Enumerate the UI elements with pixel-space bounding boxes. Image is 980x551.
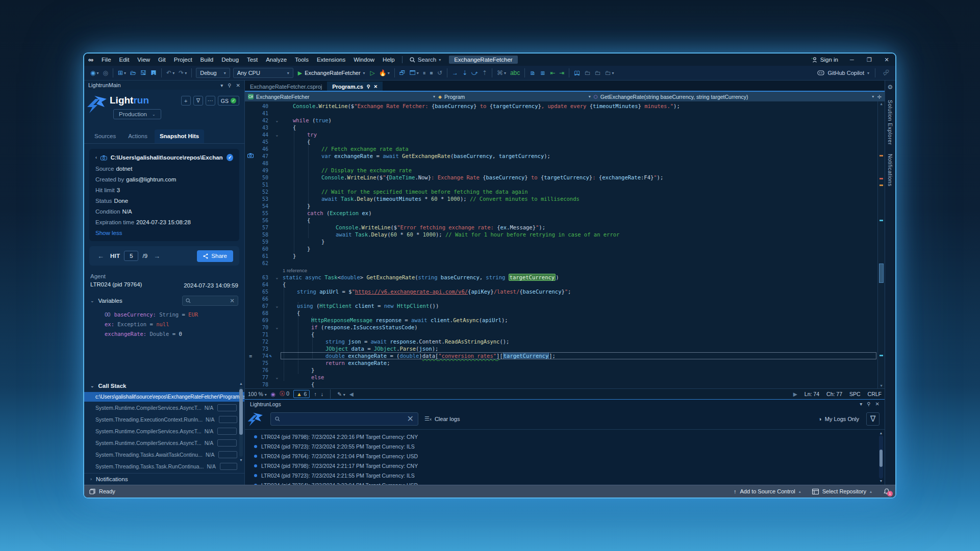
show-less-link[interactable]: Show less: [95, 230, 233, 236]
code-line-58[interactable]: 58await Task.Delay(60 * 60 * 1000); // W…: [245, 231, 877, 238]
feedback-button[interactable]: 🗪: [881, 69, 891, 76]
code-line-56[interactable]: 56{: [245, 217, 877, 224]
tab-actions[interactable]: Actions: [123, 129, 153, 143]
menu-item-help[interactable]: Help: [379, 54, 399, 66]
more-options-button[interactable]: ⋯: [206, 96, 215, 106]
clear-search-icon[interactable]: ✕: [407, 414, 414, 424]
code-line-67[interactable]: 67⌄using (HttpClient client = new HttpCl…: [245, 302, 877, 309]
code-line-50[interactable]: 50Console.WriteLine($"{DateTime.Now}: Ex…: [245, 174, 877, 181]
call-stack-selected-frame[interactable]: c:\Users\galishalit\source\repos\Exchang…: [84, 392, 244, 402]
close-icon[interactable]: ✕: [236, 83, 240, 88]
breadcrumb-type[interactable]: ◆ Program: [438, 94, 465, 100]
maximize-button[interactable]: ❐: [861, 54, 878, 66]
pause-button[interactable]: ⏸: [421, 69, 428, 76]
snapshot-camera-icon[interactable]: [245, 153, 256, 159]
solution-platform-dropdown[interactable]: Any CPU▾: [233, 68, 293, 78]
menu-item-view[interactable]: View: [133, 54, 154, 66]
code-cleanup-button[interactable]: ✎ ▾: [337, 391, 345, 397]
call-stack-frame[interactable]: System.Threading.ExecutionContext.RunIn.…: [84, 413, 244, 425]
fold-chevron-icon[interactable]: ⌄: [273, 304, 281, 308]
window-position-icon[interactable]: ▾: [220, 83, 223, 88]
menu-item-file[interactable]: File: [97, 54, 115, 66]
show-next-statement-button[interactable]: →: [450, 69, 460, 76]
code-line-60[interactable]: 60}: [245, 245, 877, 252]
hscroll-left-icon[interactable]: ◀: [349, 391, 354, 397]
code-line-codelens[interactable]: 1 reference: [245, 267, 877, 274]
previous-issue-button[interactable]: ↑: [314, 391, 316, 397]
github-copilot-label[interactable]: GitHub Copilot: [827, 70, 864, 76]
code-line-59[interactable]: 59}: [245, 238, 877, 245]
code-line-47[interactable]: 47var exchangeRate = await GetExchangeRa…: [245, 152, 877, 160]
menu-item-analyze[interactable]: Analyze: [262, 54, 291, 66]
call-stack-frame[interactable]: System.Runtime.CompilerServices.AsyncT..…: [84, 437, 244, 449]
split-editor-icon[interactable]: ✛: [877, 94, 882, 100]
filter-button[interactable]: ∇: [193, 96, 203, 106]
snapshot-pencil-icon[interactable]: ✎: [269, 354, 273, 358]
fold-chevron-icon[interactable]: ⌄: [273, 275, 281, 280]
menu-item-test[interactable]: Test: [243, 54, 262, 66]
code-line-65[interactable]: 65string apiUrl = $"https://v6.exchanger…: [245, 288, 877, 295]
code-line-69[interactable]: 69HttpResponseMessage response = await c…: [245, 317, 877, 324]
tab-snapshot-hits[interactable]: Snapshot Hits: [155, 129, 204, 143]
code-line-61[interactable]: 61}: [245, 252, 877, 259]
code-line-51[interactable]: 51: [245, 181, 877, 188]
editor-vertical-scrollbar[interactable]: ▲ ▼: [877, 101, 885, 388]
breakpoints-button[interactable]: ⌘▾: [495, 69, 508, 76]
menu-item-window[interactable]: Window: [349, 54, 379, 66]
code-line-63[interactable]: 63⌄static async Task<double> GetExchange…: [245, 274, 877, 281]
next-issue-button[interactable]: ↓: [321, 391, 323, 397]
notifications-vertical-tab[interactable]: Notifications: [887, 154, 893, 187]
code-line-73[interactable]: 73JObject data = JObject.Parse(json);: [245, 345, 877, 352]
step-over-button[interactable]: ⤻: [469, 69, 480, 76]
column-indicator[interactable]: Ch: 77: [826, 391, 842, 397]
outdent-button[interactable]: ⇥: [557, 69, 566, 76]
fold-chevron-icon[interactable]: ⌄: [273, 118, 281, 123]
log-entry[interactable]: LTR024 (pid 79723): 7/23/2024 2:21:55 PM…: [245, 470, 885, 480]
scrollbar-thumb[interactable]: [879, 264, 884, 283]
close-icon[interactable]: ✕: [875, 401, 880, 407]
user-badge[interactable]: GS✓: [218, 96, 239, 106]
hscroll-right-icon[interactable]: ▶: [793, 391, 797, 397]
search-control[interactable]: Search ▾: [406, 57, 445, 63]
code-editor[interactable]: 40Console.WriteLine($"Exchange Rate Fetc…: [245, 101, 885, 388]
variable-row[interactable]: ex: Exception = null: [105, 320, 244, 329]
scroll-up-icon[interactable]: ▲: [878, 431, 884, 435]
menu-item-debug[interactable]: Debug: [217, 54, 243, 66]
start-debugging-button[interactable]: ▶ ExchangeRateFetcher ▾: [295, 70, 368, 76]
previous-bookmark-button[interactable]: 🗀: [582, 69, 592, 76]
comment-button[interactable]: 🗈: [527, 69, 538, 76]
code-line-54[interactable]: 54}: [245, 202, 877, 209]
sign-in-button[interactable]: + Sign in: [806, 57, 843, 63]
close-icon[interactable]: ✕: [373, 84, 378, 89]
add-action-button[interactable]: +: [181, 96, 191, 106]
error-count[interactable]: ⓧ 0: [280, 390, 289, 398]
clear-bookmarks-button[interactable]: 🗀▾: [602, 69, 616, 76]
code-line-75[interactable]: 75return exchangeRate;: [245, 359, 877, 366]
menu-item-build[interactable]: Build: [196, 54, 218, 66]
code-line-78[interactable]: 78{: [245, 381, 877, 388]
pin-icon[interactable]: ⚲: [367, 84, 370, 89]
eol-indicator[interactable]: CRLF: [868, 391, 882, 397]
code-line-70[interactable]: 70⌄if (response.IsSuccessStatusCode): [245, 324, 877, 331]
code-line-77[interactable]: 77⌄else: [245, 374, 877, 381]
call-stack-frame[interactable]: System.Runtime.CompilerServices.AsyncT..…: [84, 402, 244, 413]
lightrun-panel-titlebar[interactable]: LightrunMain ▾ ⚲ ✕: [84, 81, 244, 90]
code-line-74[interactable]: ≡74✎double exchangeRate = (double)data["…: [245, 352, 877, 359]
pin-icon[interactable]: ⚲: [867, 401, 870, 407]
code-line-44[interactable]: 44⌄try: [245, 131, 877, 138]
chevron-down-icon[interactable]: ⌄: [90, 298, 94, 303]
editor-tab-exchangeratefetcher-csproj[interactable]: ExchangeRateFetcher.csproj: [245, 82, 327, 92]
breadcrumb-member[interactable]: ⬡ GetExchangeRate(string baseCurrency, s…: [594, 94, 748, 100]
log-entry[interactable]: LTR024 (pid 79764): 7/23/2024 2:22:04 PM…: [245, 480, 885, 485]
variable-row[interactable]: exchangeRate: Double = 0: [105, 329, 244, 339]
stop-button[interactable]: ⏹: [428, 69, 435, 76]
share-button[interactable]: Share: [197, 250, 233, 262]
save-button[interactable]: 🖫: [138, 69, 148, 76]
solution-configuration-dropdown[interactable]: Debug▾: [196, 68, 230, 78]
code-line-45[interactable]: 45{: [245, 138, 877, 145]
chevron-left-icon[interactable]: ‹: [95, 155, 97, 160]
code-line-40[interactable]: 40Console.WriteLine($"Exchange Rate Fetc…: [245, 102, 877, 110]
call-stack-scrollbar[interactable]: ▲ ▼: [239, 382, 243, 462]
environment-dropdown[interactable]: Production⌄: [113, 109, 161, 119]
code-line-48[interactable]: 48: [245, 160, 877, 167]
